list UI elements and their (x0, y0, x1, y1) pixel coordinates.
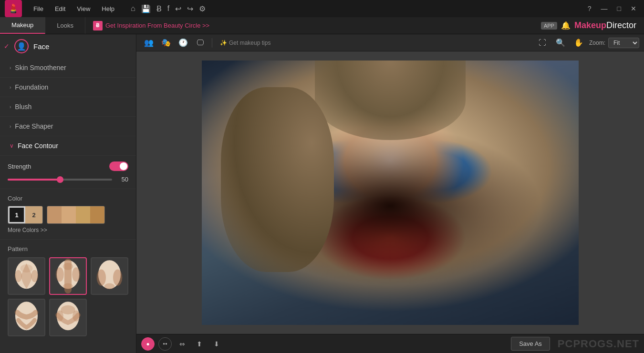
brand-name: MakeupDirector (574, 20, 636, 30)
strength-toggle[interactable] (109, 161, 128, 171)
sidebar-item-blush[interactable]: › Blush (0, 97, 136, 117)
toolbar-right: ⛶ 🔍 ✋ Zoom: Fit 100% 150% 200% 50% (535, 36, 639, 50)
close-icon[interactable]: ✕ (628, 4, 639, 13)
bottom-bar: ● ●● ⇔ ⬆ ⬇ Save As PCPROGS.NET (136, 334, 644, 353)
fullscreen-btn[interactable]: ⛶ (535, 36, 550, 50)
tab-looks[interactable]: Looks (45, 17, 85, 34)
settings-icon[interactable]: ⚙ (199, 4, 206, 13)
chevron-right-icon: › (10, 85, 11, 90)
sidebar-item-face-contour[interactable]: ∨ Face Contour (0, 136, 136, 156)
slider-thumb[interactable] (57, 176, 63, 183)
menu-help[interactable]: Help (100, 4, 116, 13)
face-icon: 👤 (14, 39, 29, 53)
title-bar-icons: ⌂ 💾 Ƀ f ↩ ↪ ⚙ (131, 4, 206, 13)
dot-mode-btn[interactable]: ●● (158, 337, 172, 351)
sidebar-item-face-shaper[interactable]: › Face Shaper (0, 117, 136, 136)
window-controls: ? — □ ✕ (585, 4, 639, 13)
face-check-icon: ✓ (4, 42, 10, 50)
chevron-right-icon: › (10, 124, 11, 129)
strength-row: Strength (8, 161, 128, 171)
tab-makeup[interactable]: Makeup (0, 17, 45, 34)
people-icon-btn[interactable]: 👥 (141, 36, 156, 50)
toolbar: 👥 🎭 🕐 🖵 ✨ Get makeup tips ⛶ 🔍 ✋ Zoom: Fi… (136, 34, 644, 51)
save-as-button[interactable]: Save As (511, 337, 550, 351)
slider-fill (8, 179, 60, 181)
face-detect-btn[interactable]: 🎭 (158, 36, 174, 50)
brush-mode-btn[interactable]: ● (141, 337, 155, 351)
photo-container (202, 61, 579, 325)
sidebar: ✓ 👤 Face › Skin Smoothener › Foundation … (0, 34, 136, 353)
brush-icon[interactable]: Ƀ (156, 4, 162, 13)
menu-file[interactable]: File (31, 4, 45, 13)
svg-point-3 (21, 264, 33, 272)
pattern-item-4[interactable] (8, 299, 45, 336)
svg-point-8 (63, 283, 73, 290)
color-preset-2[interactable]: 2 (25, 206, 42, 223)
notification-icon[interactable]: 🔔 (561, 21, 571, 30)
home-icon[interactable]: ⌂ (131, 4, 135, 13)
help-window-icon[interactable]: ? (585, 4, 594, 13)
strength-label: Strength (8, 163, 31, 170)
color-row: 1 2 (8, 206, 128, 224)
pan-btn[interactable]: ✋ (571, 36, 586, 50)
get-tips-btn[interactable]: ✨ Get makeup tips (220, 40, 270, 46)
chevron-right-icon: › (10, 65, 11, 71)
pattern-item-1[interactable] (8, 257, 45, 295)
minimize-icon[interactable]: — (598, 4, 611, 13)
watermark: PCPROGS.NET (558, 338, 639, 350)
more-colors-link[interactable]: More Colors >> (8, 227, 128, 233)
color-section: Color 1 2 More Colors >> (0, 189, 136, 240)
logo-lipstick-icon: 💄 (8, 3, 19, 14)
svg-point-11 (113, 270, 122, 286)
sidebar-item-foundation[interactable]: › Foundation (0, 78, 136, 97)
symmetry-btn[interactable]: ⇔ (176, 337, 189, 351)
search-btn[interactable]: 🔍 (553, 36, 568, 50)
svg-point-15 (61, 305, 75, 314)
save-icon[interactable]: 💾 (141, 4, 151, 13)
strength-slider[interactable] (8, 179, 112, 181)
main-layout: ✓ 👤 Face › Skin Smoothener › Foundation … (0, 34, 644, 353)
strength-slider-container: 50 (8, 176, 128, 183)
redo-icon[interactable]: ↪ (187, 4, 193, 13)
color-swatch-dark-tan[interactable] (90, 206, 104, 223)
app-logo: 💄 (5, 0, 22, 17)
svg-point-17 (73, 311, 80, 322)
svg-point-10 (97, 270, 106, 286)
pattern-item-2[interactable] (49, 257, 87, 295)
svg-point-5 (56, 267, 64, 282)
pattern-item-3[interactable] (91, 257, 128, 295)
menu-edit[interactable]: Edit (53, 4, 67, 13)
sidebar-item-skin-smoothener[interactable]: › Skin Smoothener (0, 58, 136, 78)
right-side: 👥 🎭 🕐 🖵 ✨ Get makeup tips ⛶ 🔍 ✋ Zoom: Fi… (136, 34, 644, 353)
svg-point-16 (56, 311, 63, 322)
pattern-item-5[interactable] (49, 299, 87, 336)
svg-point-12 (104, 283, 114, 290)
menu-view[interactable]: View (75, 4, 92, 13)
svg-point-7 (63, 263, 73, 270)
zoom-label: Zoom: (589, 40, 605, 46)
zoom-select[interactable]: Fit 100% 150% 200% 50% (608, 38, 639, 48)
brand-area: APP 🔔 MakeupDirector (541, 20, 644, 30)
history-btn[interactable]: 🕐 (176, 36, 191, 50)
color-swatch-tan[interactable] (47, 206, 62, 223)
app-badge: APP (541, 22, 557, 30)
beauty-circle-link[interactable]: Ƀ Get Inspiration From Beauty Circle >> (85, 21, 217, 30)
color-swatch-group (47, 206, 105, 224)
title-bar: 💄 File Edit View Help ⌂ 💾 Ƀ f ↩ ↪ ⚙ ? — … (0, 0, 644, 17)
color-preset-group: 1 2 (8, 206, 43, 224)
down-btn[interactable]: ⬇ (210, 337, 223, 351)
pattern-section: Pattern (0, 240, 136, 342)
pattern-label: Pattern (8, 245, 128, 252)
maximize-icon[interactable]: □ (614, 4, 624, 13)
facebook-icon[interactable]: f (167, 4, 169, 13)
color-swatch-light-tan[interactable] (62, 206, 76, 223)
up-btn[interactable]: ⬆ (193, 337, 206, 351)
pattern-grid (8, 257, 128, 336)
svg-point-6 (72, 267, 80, 282)
face-section-header[interactable]: ✓ 👤 Face (0, 34, 136, 58)
svg-point-2 (31, 270, 38, 282)
color-swatch-beige[interactable] (76, 206, 90, 223)
canvas-btn[interactable]: 🖵 (193, 36, 208, 50)
undo-icon[interactable]: ↩ (175, 4, 181, 13)
color-preset-1[interactable]: 1 (8, 206, 25, 223)
